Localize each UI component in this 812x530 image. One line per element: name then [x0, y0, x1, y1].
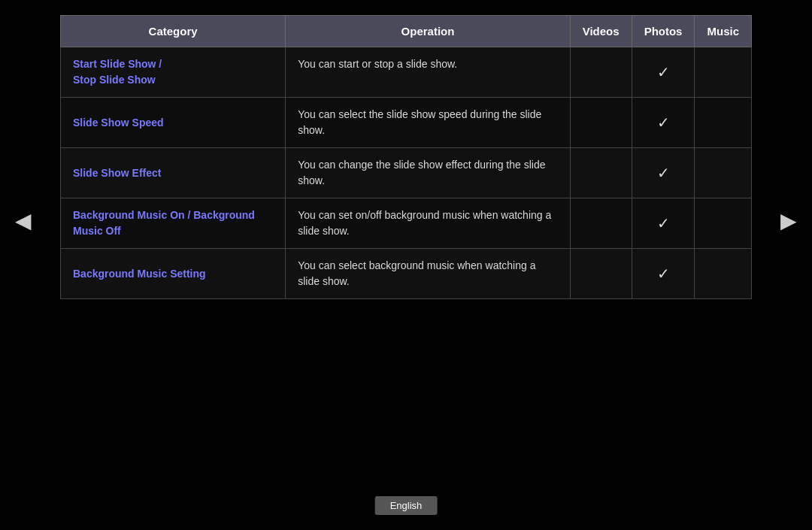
category-cell: Start Slide Show /Stop Slide Show	[61, 47, 286, 98]
language-bar: English	[375, 496, 438, 515]
nav-arrow-left[interactable]: ◀	[8, 200, 39, 240]
videos-cell	[570, 198, 632, 249]
col-header-music: Music	[695, 16, 752, 47]
nav-arrow-right[interactable]: ▶	[773, 200, 804, 240]
operation-cell: You can select background music when wat…	[286, 249, 570, 299]
photos-cell: ✓	[632, 249, 695, 299]
music-cell	[695, 148, 752, 198]
col-header-photos: Photos	[632, 16, 695, 47]
music-cell	[695, 198, 752, 249]
table-row: Slide Show EffectYou can change the slid…	[61, 148, 752, 198]
operation-cell: You can start or stop a slide show.	[286, 47, 570, 98]
operation-cell: You can select the slide show speed duri…	[286, 98, 570, 148]
table-row: Background Music SettingYou can select b…	[61, 249, 752, 299]
music-cell	[695, 47, 752, 98]
operation-cell: You can change the slide show effect dur…	[286, 148, 570, 198]
videos-cell	[570, 47, 632, 98]
photos-cell: ✓	[632, 98, 695, 148]
operation-cell: You can set on/off background music when…	[286, 198, 570, 249]
photos-cell: ✓	[632, 47, 695, 98]
videos-cell	[570, 249, 632, 299]
category-cell: Slide Show Effect	[61, 148, 286, 198]
videos-cell	[570, 98, 632, 148]
page-wrapper: ◀ ▶ Category Operation Videos Photos Mus…	[0, 0, 812, 530]
col-header-operation: Operation	[286, 16, 570, 47]
photos-cell: ✓	[632, 198, 695, 249]
table-row: Background Music On / Background Music O…	[61, 198, 752, 249]
music-cell	[695, 249, 752, 299]
category-cell: Slide Show Speed	[61, 98, 286, 148]
music-cell	[695, 98, 752, 148]
category-cell: Background Music On / Background Music O…	[61, 198, 286, 249]
feature-table: Category Operation Videos Photos Music S…	[60, 15, 752, 299]
main-table-container: Category Operation Videos Photos Music S…	[60, 15, 752, 299]
category-cell: Background Music Setting	[61, 249, 286, 299]
table-header-row: Category Operation Videos Photos Music	[61, 16, 752, 47]
videos-cell	[570, 148, 632, 198]
table-row: Start Slide Show /Stop Slide ShowYou can…	[61, 47, 752, 98]
photos-cell: ✓	[632, 148, 695, 198]
col-header-videos: Videos	[570, 16, 632, 47]
col-header-category: Category	[61, 16, 286, 47]
table-row: Slide Show SpeedYou can select the slide…	[61, 98, 752, 148]
